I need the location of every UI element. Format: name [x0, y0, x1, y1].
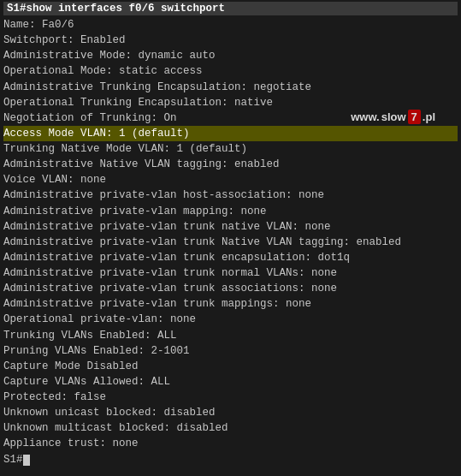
- terminal-line-protected: Protected: false: [3, 390, 458, 405]
- terminal-line-pvlan-trunk-native-tag: Administrative private-vlan trunk Native…: [3, 235, 458, 250]
- terminal-line-capture-mode: Capture Mode Disabled: [3, 359, 458, 374]
- terminal-line-trunk-native: Trunking Native Mode VLAN: 1 (default): [3, 141, 458, 157]
- terminal-line-access-vlan: Access Mode VLAN: 1 (default): [3, 126, 458, 141]
- terminal-line-voice-vlan: Voice VLAN: none: [3, 172, 458, 187]
- terminal-line-pvlan-map: Administrative private-vlan mapping: non…: [3, 204, 458, 219]
- terminal-line-pvlan-trunk-native: Administrative private-vlan trunk native…: [3, 219, 458, 235]
- terminal-line-pruning-vlans: Pruning VLANs Enabled: 2-1001: [3, 343, 458, 359]
- terminal-line-oper-trunk-encap: Operational Trunking Encapsulation: nati…: [3, 95, 458, 110]
- watermark-suffix: .pl: [423, 110, 435, 123]
- watermark: www.slow7.pl: [351, 110, 435, 124]
- watermark-prefix: www.: [351, 110, 379, 123]
- terminal-line-pvlan-trunk-assoc: Administrative private-vlan trunk associ…: [3, 281, 458, 296]
- terminal-line-pvlan-trunk-encap: Administrative private-vlan trunk encaps…: [3, 250, 458, 265]
- terminal-line-switchport: Switchport: Enabled: [3, 33, 458, 48]
- terminal-line-trunk-vlans: Trunking VLANs Enabled: ALL: [3, 328, 458, 343]
- title-text: S1#show interfaces f0/6 switchport: [7, 3, 225, 15]
- terminal-line-admin-mode: Administrative Mode: dynamic auto: [3, 48, 458, 63]
- watermark-brand: slow: [381, 110, 406, 123]
- terminal-line-appliance-trust: Appliance trust: none: [3, 436, 458, 451]
- terminal-line-pvlan-trunk-map: Administrative private-vlan trunk mappin…: [3, 296, 458, 312]
- title-bar: S1#show interfaces f0/6 switchport: [3, 2, 458, 15]
- terminal-line-pvlan-trunk-normal: Administrative private-vlan trunk normal…: [3, 265, 458, 281]
- watermark-number: 7: [408, 110, 421, 124]
- terminal-line-name: Name: Fa0/6: [3, 17, 458, 33]
- terminal-line-pvlan-host: Administrative private-vlan host-associa…: [3, 187, 458, 203]
- terminal-output: Name: Fa0/6Switchport: EnabledAdministra…: [3, 17, 458, 467]
- terminal-line-admin-trunk-encap: Administrative Trunking Encapsulation: n…: [3, 80, 458, 95]
- terminal-line-unknown-unicast: Unknown unicast blocked: disabled: [3, 405, 458, 420]
- cursor: [23, 455, 30, 466]
- terminal-line-capture-vlans: Capture VLANs Allowed: ALL: [3, 374, 458, 390]
- terminal-line-admin-native-tag: Administrative Native VLAN tagging: enab…: [3, 157, 458, 172]
- terminal-line-oper-mode: Operational Mode: static access: [3, 63, 458, 79]
- terminal-line-oper-pvlan: Operational private-vlan: none: [3, 312, 458, 327]
- terminal-line-unknown-multicast: Unknown multicast blocked: disabled: [3, 420, 458, 436]
- terminal-line-prompt: S1#: [3, 452, 458, 467]
- terminal: S1#show interfaces f0/6 switchport Name:…: [0, 0, 461, 476]
